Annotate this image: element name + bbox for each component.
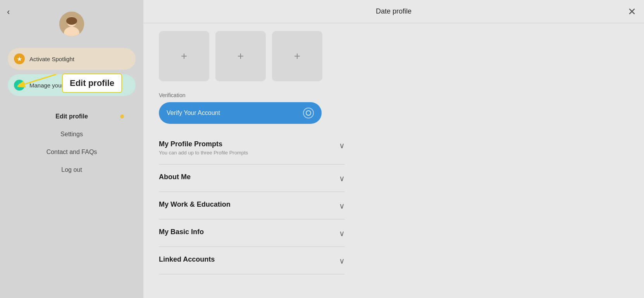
verify-toggle-icon (303, 108, 314, 118)
chevron-down-icon-linked-accounts: ∨ (339, 256, 345, 265)
svg-point-3 (66, 17, 77, 25)
accordion-subtitle-profile-prompts: You can add up to three Profile Prompts (159, 150, 248, 156)
spotlight-icon: ★ (14, 53, 25, 64)
page-title: Date profile (376, 7, 412, 15)
photo-slots-container: + + + (159, 31, 322, 81)
sidebar-item-log-out[interactable]: Log out (8, 161, 136, 179)
sidebar: ‹ ★ Activate Spotlight ↑ Manage your Boo… (0, 0, 143, 298)
spotlight-label: Activate Spotlight (29, 56, 74, 62)
svg-line-4 (21, 74, 56, 85)
accordion-about-me[interactable]: About Me ∨ (159, 164, 345, 192)
accordion-header-work-education: My Work & Education ∨ (159, 200, 345, 211)
close-button[interactable]: ✕ (628, 5, 636, 17)
chevron-down-icon-about-me: ∨ (339, 174, 345, 183)
add-photo-icon-1: + (181, 50, 187, 62)
chevron-down-icon-work-education: ∨ (339, 201, 345, 211)
sidebar-item-settings[interactable]: Settings (8, 125, 136, 143)
back-button[interactable]: ‹ (7, 7, 10, 17)
chevron-down-icon-profile-prompts: ∨ (339, 141, 345, 150)
verification-label: Verification (159, 92, 322, 98)
annotation-box: Edit profile (62, 74, 122, 93)
accordion-work-education[interactable]: My Work & Education ∨ (159, 192, 345, 219)
accordion-header-linked-accounts: Linked Accounts ∨ (159, 255, 345, 265)
accordion-header-basic-info: My Basic Info ∨ (159, 228, 345, 238)
accordion-title-linked-accounts: Linked Accounts (159, 255, 215, 264)
accordion-title-basic-info: My Basic Info (159, 228, 204, 236)
accordion-profile-prompts[interactable]: My Profile Prompts You can add up to thr… (159, 132, 345, 164)
add-photo-icon-3: + (294, 50, 300, 62)
accordion-header-profile-prompts: My Profile Prompts You can add up to thr… (159, 140, 345, 156)
verify-account-button[interactable]: Verify Your Account (159, 102, 322, 124)
sidebar-item-edit-profile[interactable]: Edit profile (8, 108, 136, 125)
sidebar-item-contact-faqs[interactable]: Contact and FAQs (8, 143, 136, 161)
photo-slot-2[interactable]: + (215, 31, 266, 81)
photo-slot-1[interactable]: + (159, 31, 209, 81)
accordion-title-about-me: About Me (159, 173, 191, 181)
accordion-title-work-education: My Work & Education (159, 200, 231, 209)
accordion-header-about-me: About Me ∨ (159, 173, 345, 183)
main-panel: Date profile ✕ + + + Verification Verify… (143, 0, 644, 298)
accordion-basic-info[interactable]: My Basic Info ∨ (159, 219, 345, 247)
main-body: + + + Verification Verify Your Account M… (143, 23, 644, 298)
add-photo-icon-2: + (238, 50, 244, 62)
verification-section: Verification Verify Your Account (159, 92, 322, 124)
photo-slot-3[interactable]: + (272, 31, 322, 81)
avatar (59, 12, 84, 36)
accordion-title-profile-prompts: My Profile Prompts (159, 140, 248, 148)
accordion-linked-accounts[interactable]: Linked Accounts ∨ (159, 247, 345, 274)
main-header: Date profile ✕ (143, 0, 644, 23)
chevron-down-icon-basic-info: ∨ (339, 229, 345, 238)
verify-button-label: Verify Your Account (167, 110, 220, 116)
activate-spotlight-button[interactable]: ★ Activate Spotlight (8, 48, 136, 70)
nav-dot-indicator (120, 115, 124, 118)
annotation-overlay: Edit profile (62, 74, 122, 93)
